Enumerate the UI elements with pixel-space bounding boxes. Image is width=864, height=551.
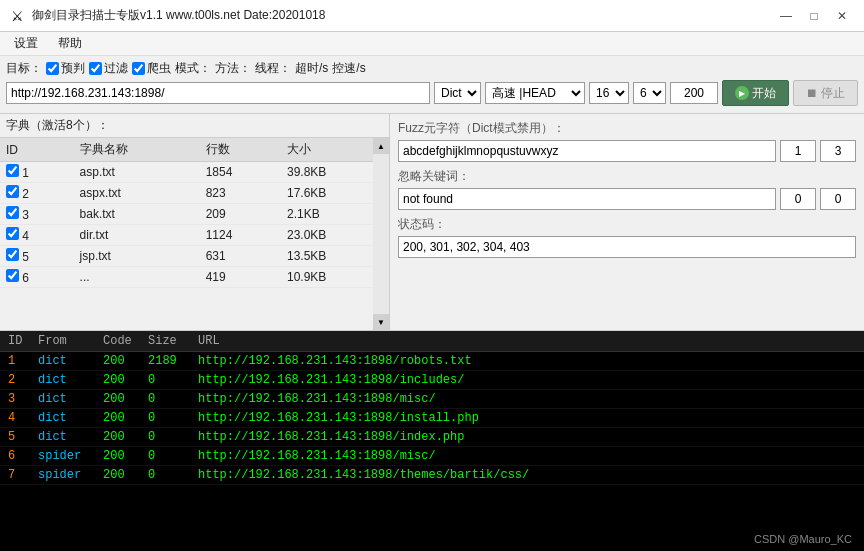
thread-label: 线程： — [255, 60, 291, 77]
ignore-input[interactable] — [398, 188, 776, 210]
result-code: 200 — [103, 392, 148, 406]
result-size: 0 — [148, 449, 198, 463]
result-row[interactable]: 7 spider 200 0 http://192.168.231.143:18… — [0, 466, 864, 485]
dict-scrollbar[interactable]: ▲ ▼ — [373, 138, 389, 330]
result-row[interactable]: 6 spider 200 0 http://192.168.231.143:18… — [0, 447, 864, 466]
results-body: 1 dict 200 2189 http://192.168.231.143:1… — [0, 352, 864, 546]
col-code-header: Code — [103, 334, 148, 348]
result-id: 4 — [8, 411, 38, 425]
result-row[interactable]: 2 dict 200 0 http://192.168.231.143:1898… — [0, 371, 864, 390]
dict-cell-lines: 631 — [200, 246, 281, 267]
dict-row[interactable]: 4 dir.txt 1124 23.0KB — [0, 225, 389, 246]
prejudge-checkbox[interactable] — [46, 62, 59, 75]
status-codes-input[interactable] — [398, 236, 856, 258]
result-row[interactable]: 3 dict 200 0 http://192.168.231.143:1898… — [0, 390, 864, 409]
result-size: 2189 — [148, 354, 198, 368]
dict-row[interactable]: 1 asp.txt 1854 39.8KB — [0, 162, 389, 183]
ignore-num2-input[interactable] — [820, 188, 856, 210]
result-from: dict — [38, 392, 103, 406]
dict-checkbox[interactable] — [6, 164, 19, 177]
middle-panel: 字典（激活8个）： ID 字典名称 行数 大小 1 asp.txt — [0, 114, 864, 331]
result-url: http://192.168.231.143:1898/themes/barti… — [198, 468, 856, 482]
scroll-down-btn[interactable]: ▼ — [373, 314, 389, 330]
result-id: 3 — [8, 392, 38, 406]
dict-cell-lines: 823 — [200, 183, 281, 204]
dict-cell-id: 6 — [0, 267, 74, 288]
col-size-header: Size — [148, 334, 198, 348]
minimize-button[interactable]: — — [772, 5, 800, 27]
dict-row[interactable]: 2 aspx.txt 823 17.6KB — [0, 183, 389, 204]
dict-cell-name: dir.txt — [74, 225, 200, 246]
dict-checkbox[interactable] — [6, 269, 19, 282]
filter-checkbox[interactable] — [89, 62, 102, 75]
result-url: http://192.168.231.143:1898/index.php — [198, 430, 856, 444]
dict-row[interactable]: 5 jsp.txt 631 13.5KB — [0, 246, 389, 267]
result-row[interactable]: 5 dict 200 0 http://192.168.231.143:1898… — [0, 428, 864, 447]
result-row[interactable]: 1 dict 200 2189 http://192.168.231.143:1… — [0, 352, 864, 371]
dict-checkbox[interactable] — [6, 185, 19, 198]
dict-checkbox[interactable] — [6, 227, 19, 240]
fuzz-settings-row: Fuzz元字符（Dict模式禁用）： — [398, 120, 856, 162]
result-id: 1 — [8, 354, 38, 368]
col-url-header: URL — [198, 334, 856, 348]
dict-row[interactable]: 6 ... 419 10.9KB — [0, 267, 389, 288]
stop-button[interactable]: ⏹ 停止 — [793, 80, 858, 106]
mode-select[interactable]: Dict — [434, 82, 481, 104]
dict-panel: 字典（激活8个）： ID 字典名称 行数 大小 1 asp.txt — [0, 114, 390, 330]
scroll-track — [373, 154, 389, 314]
target-input[interactable] — [6, 82, 430, 104]
maximize-button[interactable]: □ — [800, 5, 828, 27]
result-row[interactable]: 4 dict 200 0 http://192.168.231.143:1898… — [0, 409, 864, 428]
stop-icon: ⏹ — [806, 86, 818, 100]
result-code: 200 — [103, 411, 148, 425]
fuzz-input[interactable] — [398, 140, 776, 162]
method-label: 方法： — [215, 60, 251, 77]
start-icon: ▶ — [735, 86, 749, 100]
dict-header: 字典（激活8个）： — [0, 114, 389, 138]
dict-row[interactable]: 3 bak.txt 209 2.1KB — [0, 204, 389, 225]
result-size: 0 — [148, 392, 198, 406]
app-icon: ⚔ — [8, 7, 26, 25]
dict-cell-id: 3 — [0, 204, 74, 225]
status-label: 状态码： — [398, 216, 856, 233]
prejudge-label: 预判 — [61, 60, 85, 77]
result-from: dict — [38, 373, 103, 387]
results-header: ID From Code Size URL — [0, 331, 864, 352]
spider-checkbox[interactable] — [132, 62, 145, 75]
close-button[interactable]: ✕ — [828, 5, 856, 27]
dict-checkbox[interactable] — [6, 206, 19, 219]
menu-bar: 设置 帮助 — [0, 32, 864, 56]
result-id: 2 — [8, 373, 38, 387]
result-code: 200 — [103, 430, 148, 444]
title-text: 御剑目录扫描士专版v1.1 www.t00ls.net Date:2020101… — [32, 7, 772, 24]
dict-cell-id: 4 — [0, 225, 74, 246]
dict-checkbox[interactable] — [6, 248, 19, 261]
dict-cell-lines: 1124 — [200, 225, 281, 246]
settings-panel: Fuzz元字符（Dict模式禁用）： 忽略关键词： 状态码： — [390, 114, 864, 330]
status-settings-row: 状态码： — [398, 216, 856, 258]
dict-cell-name: bak.txt — [74, 204, 200, 225]
thread-select[interactable]: 16 — [589, 82, 629, 104]
result-from: spider — [38, 449, 103, 463]
fuzz-num2-input[interactable] — [820, 140, 856, 162]
dict-cell-name: jsp.txt — [74, 246, 200, 267]
menu-help[interactable]: 帮助 — [48, 33, 92, 54]
result-url: http://192.168.231.143:1898/install.php — [198, 411, 856, 425]
result-url: http://192.168.231.143:1898/robots.txt — [198, 354, 856, 368]
ignore-num1-input[interactable] — [780, 188, 816, 210]
result-id: 7 — [8, 468, 38, 482]
dict-cell-lines: 419 — [200, 267, 281, 288]
result-from: spider — [38, 468, 103, 482]
scroll-up-btn[interactable]: ▲ — [373, 138, 389, 154]
result-from: dict — [38, 411, 103, 425]
method-select[interactable]: 高速 |HEAD — [485, 82, 585, 104]
spider-label: 爬虫 — [147, 60, 171, 77]
result-id: 5 — [8, 430, 38, 444]
fuzz-num1-input[interactable] — [780, 140, 816, 162]
menu-settings[interactable]: 设置 — [4, 33, 48, 54]
timeout-select[interactable]: 6 — [633, 82, 666, 104]
start-button[interactable]: ▶ 开始 — [722, 80, 789, 106]
fuzz-label: Fuzz元字符（Dict模式禁用）： — [398, 120, 856, 137]
speed-input[interactable] — [670, 82, 718, 104]
col-lines-header: 行数 — [200, 138, 281, 162]
